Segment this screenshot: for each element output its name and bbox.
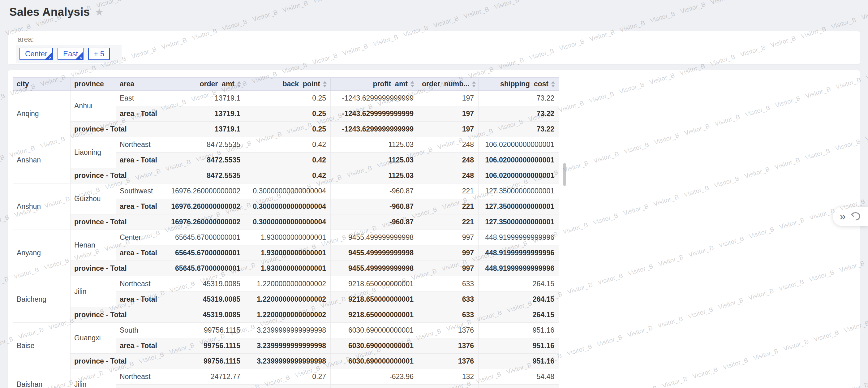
cell-value: 9455.499999999998 xyxy=(331,230,418,245)
cell-value: 24712.77 xyxy=(164,369,245,385)
table-row: AnyangHenanCenter65645.670000000011.9300… xyxy=(13,230,559,245)
cell-value: 16976.260000000002 xyxy=(164,214,245,230)
cell-province: Jilin xyxy=(70,276,116,307)
sort-icon[interactable] xyxy=(323,81,327,87)
undo-icon[interactable] xyxy=(849,211,862,222)
column-header-back-point[interactable]: back_point xyxy=(245,78,331,91)
cell-value: 197 xyxy=(418,122,478,137)
page-title: Sales Analysis xyxy=(9,6,90,19)
cell-value: 248 xyxy=(418,153,478,168)
filter-chip-label: Center xyxy=(25,50,47,58)
table-row: BaiseGuangxiSouth99756.11153.23999999999… xyxy=(13,323,559,338)
cell-area: Northeast xyxy=(116,137,164,153)
province-total-row: province - Total99756.11153.239999999999… xyxy=(13,354,559,369)
cell-value: 264.15 xyxy=(478,307,559,323)
cell-value: 8472.5535 xyxy=(164,137,245,153)
table-container: city province area order_amt back_point … xyxy=(13,77,559,388)
cell-value: 54.48 xyxy=(478,385,559,388)
cell-city: Anyang xyxy=(13,230,70,276)
cell-area-total-label: area - Total xyxy=(116,338,164,354)
table-panel: city province area order_amt back_point … xyxy=(8,70,860,388)
cell-area-total-label: area - Total xyxy=(116,106,164,122)
cell-city: Baishan xyxy=(13,369,70,388)
filter-chip-more[interactable]: + 5 xyxy=(88,48,110,60)
table-row: AnshunGuizhouSouthwest16976.260000000002… xyxy=(13,183,559,199)
sort-icon[interactable] xyxy=(551,81,555,87)
province-total-row: province - Total45319.00851.220000000000… xyxy=(13,307,559,323)
cell-value: 106.02000000000001 xyxy=(478,137,559,153)
cell-area: Center xyxy=(116,230,164,245)
table-header-row: city province area order_amt back_point … xyxy=(13,78,559,91)
cell-value: 106.02000000000001 xyxy=(478,168,559,183)
filter-label: area: xyxy=(18,35,34,43)
sort-icon[interactable] xyxy=(472,81,476,87)
double-chevron-right-icon[interactable]: » xyxy=(840,211,846,222)
cell-value: 264.15 xyxy=(478,276,559,292)
cell-value: 448.91999999999996 xyxy=(478,261,559,276)
cell-value: 0.27 xyxy=(245,369,331,385)
table-row: AnqingAnhuiEast13719.10.25-1243.62999999… xyxy=(13,91,559,106)
filter-chip-center[interactable]: Center × xyxy=(20,48,53,60)
chip-remove-icon[interactable]: × xyxy=(49,55,52,60)
cell-value: 1376 xyxy=(418,323,478,338)
cell-value: 45319.0085 xyxy=(164,292,245,307)
cell-city: Anqing xyxy=(13,91,70,137)
cell-value: 997 xyxy=(418,230,478,245)
cell-value: 73.22 xyxy=(478,91,559,106)
province-total-row: province - Total65645.670000000011.93000… xyxy=(13,261,559,276)
cell-value: 633 xyxy=(418,292,478,307)
cell-value: 197 xyxy=(418,91,478,106)
cell-value: 6030.690000000001 xyxy=(331,323,418,338)
filter-chip-label: + 5 xyxy=(94,50,104,58)
cell-area: Southwest xyxy=(116,183,164,199)
cell-value: 997 xyxy=(418,261,478,276)
cell-value: 1.2200000000000002 xyxy=(245,292,331,307)
province-total-row: province - Total8472.55350.421125.032481… xyxy=(13,168,559,183)
sort-icon[interactable] xyxy=(237,81,241,87)
cell-value: 6030.690000000001 xyxy=(331,338,418,354)
cell-value: 0.25 xyxy=(245,106,331,122)
sort-icon[interactable] xyxy=(410,81,414,87)
cell-value: -960.87 xyxy=(331,183,418,199)
cell-province: Anhui xyxy=(70,91,116,122)
cell-value: 9455.499999999998 xyxy=(331,261,418,276)
cell-value: 951.16 xyxy=(478,338,559,354)
cell-value: 65645.67000000001 xyxy=(164,230,245,245)
chip-remove-icon[interactable]: × xyxy=(80,55,82,60)
province-total-row: province - Total16976.2600000000020.3000… xyxy=(13,214,559,230)
cell-value: 1376 xyxy=(418,354,478,369)
column-header-shipping-cost[interactable]: shipping_cost xyxy=(478,78,559,91)
cell-value: 73.22 xyxy=(478,106,559,122)
favorite-star-icon[interactable]: ★ xyxy=(95,7,104,17)
cell-area-total-label: area - Total xyxy=(116,245,164,261)
cell-value: 448.91999999999996 xyxy=(478,230,559,245)
cell-value: 3.2399999999999998 xyxy=(245,338,331,354)
cell-value: 1125.03 xyxy=(331,153,418,168)
cell-value: -960.87 xyxy=(331,199,418,214)
cell-value: 54.48 xyxy=(478,369,559,385)
cell-value: 6030.690000000001 xyxy=(331,354,418,369)
table-scrollbar-thumb[interactable] xyxy=(563,163,566,186)
cell-value: 221 xyxy=(418,199,478,214)
column-header-order-amt[interactable]: order_amt xyxy=(164,78,245,91)
cell-value: 99756.1115 xyxy=(164,354,245,369)
cell-value: 45319.0085 xyxy=(164,276,245,292)
cell-value: 221 xyxy=(418,214,478,230)
cell-value: 16976.260000000002 xyxy=(164,199,245,214)
cell-value: 1.930000000000001 xyxy=(245,261,331,276)
cell-value: 633 xyxy=(418,276,478,292)
table-row: BaichengJilinNortheast45319.00851.220000… xyxy=(13,276,559,292)
cell-area-total-label: area - Total xyxy=(116,385,164,388)
column-header-city: city xyxy=(13,78,70,91)
cell-value: 65645.67000000001 xyxy=(164,261,245,276)
filter-chip-east[interactable]: East × xyxy=(58,48,84,60)
cell-value: 99756.1115 xyxy=(164,338,245,354)
cell-value: 99756.1115 xyxy=(164,323,245,338)
cell-value: 8472.5535 xyxy=(164,168,245,183)
cell-value: 0.25 xyxy=(245,91,331,106)
cell-value: 264.15 xyxy=(478,292,559,307)
column-header-profit-amt[interactable]: profit_amt xyxy=(331,78,418,91)
cell-value: 1.930000000000001 xyxy=(245,245,331,261)
column-header-order-number[interactable]: order_numb... xyxy=(418,78,478,91)
cell-value: 0.30000000000000004 xyxy=(245,214,331,230)
